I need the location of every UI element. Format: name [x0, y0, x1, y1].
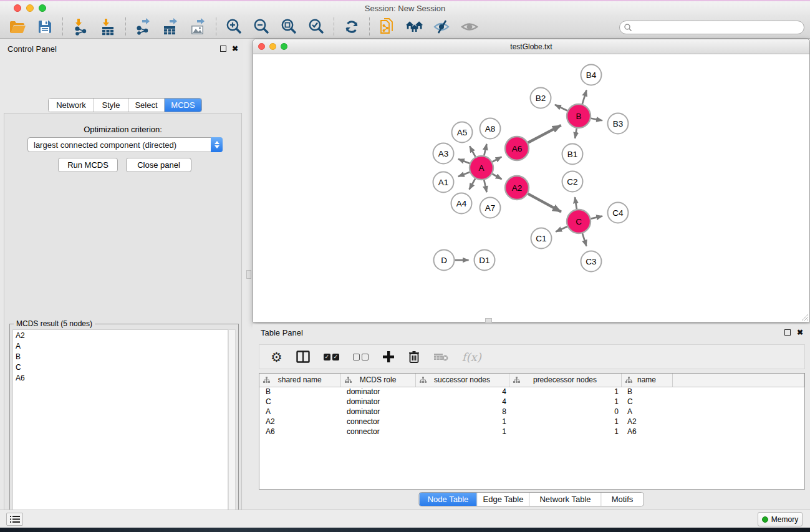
search-field[interactable]	[619, 21, 804, 34]
network-graph-canvas[interactable]: B4B2BB3A8A5A6A3B1AC2A1A2A4A7C4CC1C3DD1	[254, 55, 809, 322]
delete-column-icon[interactable]	[408, 348, 420, 365]
table-cell[interactable]: 1	[509, 387, 621, 397]
table-cell[interactable]: 4	[415, 397, 509, 407]
vertical-splitter-handle[interactable]	[246, 270, 251, 279]
select-all-icon[interactable]: ✓✓	[324, 348, 339, 365]
column-header-name[interactable]: name	[621, 374, 672, 387]
tab-edge-table[interactable]: Edge Table	[478, 493, 530, 506]
result-item[interactable]: A	[13, 341, 228, 351]
search-input[interactable]	[632, 22, 804, 33]
graph-edge-B-B1[interactable]	[575, 128, 577, 138]
tab-select[interactable]: Select	[128, 99, 165, 112]
table-cell[interactable]: dominator	[340, 407, 415, 417]
column-header-successor-nodes[interactable]: successor nodes	[415, 374, 509, 387]
graph-edge-C-C1[interactable]	[556, 226, 567, 231]
zoom-selected-icon[interactable]	[307, 17, 325, 36]
export-image-icon[interactable]	[189, 17, 208, 36]
zoom-fit-icon[interactable]	[279, 17, 298, 36]
import-network-icon[interactable]	[71, 17, 90, 36]
horizontal-splitter-handle[interactable]	[485, 318, 492, 323]
table-cell[interactable]: 1	[415, 417, 509, 427]
tab-mcds[interactable]: MCDS	[165, 99, 201, 112]
table-cell[interactable]: A	[259, 407, 340, 417]
table-cell[interactable]: 1	[509, 417, 621, 427]
tab-motifs[interactable]: Motifs	[602, 493, 644, 506]
graph-edge-A-A3[interactable]	[458, 159, 470, 163]
table-cell[interactable]: 1	[415, 427, 509, 437]
table-cell[interactable]: A	[621, 407, 672, 417]
table-row[interactable]: Adominator80A	[259, 407, 804, 417]
tab-network[interactable]: Network	[49, 99, 94, 112]
unselect-all-icon[interactable]	[353, 348, 369, 365]
tab-style[interactable]: Style	[94, 99, 128, 112]
save-session-icon[interactable]	[36, 17, 54, 36]
result-item[interactable]: C	[13, 362, 228, 372]
graph-edge-A-A4[interactable]	[469, 178, 475, 189]
float-panel-icon[interactable]	[220, 46, 226, 52]
resize-grip-icon[interactable]	[801, 313, 808, 321]
clone-network-icon[interactable]	[378, 17, 397, 36]
network-window-titlebar[interactable]: testGlobe.txt	[253, 39, 809, 54]
import-table-icon[interactable]	[99, 17, 117, 36]
table-cell[interactable]: dominator	[340, 397, 415, 407]
graph-edge-A-A6[interactable]	[493, 157, 502, 162]
graph-edge-A-A7[interactable]	[484, 180, 486, 193]
result-item[interactable]: A2	[13, 330, 228, 341]
table-cell[interactable]: 1	[509, 427, 621, 437]
table-cell[interactable]: A6	[621, 427, 672, 437]
table-cell[interactable]: A6	[259, 427, 340, 437]
column-header-shared-name[interactable]: shared name	[259, 374, 340, 387]
memory-button[interactable]: Memory	[758, 512, 803, 526]
open-session-icon[interactable]	[8, 17, 27, 36]
graph-edge-A-A1[interactable]	[458, 172, 470, 177]
graph-edge-A2-C[interactable]	[528, 194, 561, 212]
graph-edge-B-B3[interactable]	[591, 118, 602, 120]
table-cell[interactable]: dominator	[340, 387, 415, 397]
graph-edge-B-B4[interactable]	[582, 90, 587, 104]
close-panel-icon[interactable]: ✖	[232, 44, 238, 53]
hide-selected-icon[interactable]	[433, 17, 451, 36]
column-header-predecessor-nodes[interactable]: predecessor nodes	[509, 374, 621, 387]
graph-edge-A-A2[interactable]	[492, 174, 501, 180]
graph-edge-B-B2[interactable]	[555, 105, 567, 110]
graph-edge-C-C4[interactable]	[591, 216, 603, 219]
result-item[interactable]: A6	[13, 372, 228, 383]
table-row[interactable]: A2connector11A2	[259, 417, 804, 427]
settings-icon[interactable]: ⚙	[271, 348, 282, 365]
column-view-icon[interactable]	[296, 348, 310, 365]
close-table-panel-icon[interactable]: ✖	[797, 328, 803, 337]
refresh-icon[interactable]	[342, 17, 361, 36]
graph-edge-A-A5[interactable]	[470, 146, 475, 157]
optimization-criterion-select[interactable]: largest connected component (directed)	[27, 137, 223, 152]
graph-edge-A6-B[interactable]	[528, 125, 561, 143]
graph-edge-A-A8[interactable]	[484, 144, 486, 156]
run-mcds-button[interactable]: Run MCDS	[58, 158, 118, 172]
tab-network-table[interactable]: Network Table	[530, 493, 602, 506]
zoom-out-icon[interactable]	[252, 17, 271, 36]
table-row[interactable]: Bdominator41B	[259, 387, 804, 397]
graph-edge-C-C2[interactable]	[575, 197, 577, 209]
table-cell[interactable]: B	[259, 387, 340, 397]
table-cell[interactable]: 8	[415, 407, 509, 417]
table-cell[interactable]: connector	[340, 417, 415, 427]
table-row[interactable]: Cdominator41C	[259, 397, 804, 407]
table-cell[interactable]: C	[259, 397, 340, 407]
table-cell[interactable]: A2	[259, 417, 340, 427]
table-cell[interactable]: 4	[415, 387, 509, 397]
export-table-icon[interactable]	[162, 17, 180, 36]
table-cell[interactable]: 0	[509, 407, 621, 417]
column-header-MCDS-role[interactable]: MCDS role	[340, 374, 415, 387]
table-cell[interactable]: 1	[509, 397, 621, 407]
table-cell[interactable]: C	[621, 397, 672, 407]
table-cell[interactable]: connector	[340, 427, 415, 437]
table-cell[interactable]: A2	[621, 417, 672, 427]
zoom-in-icon[interactable]	[224, 17, 243, 36]
result-scrollbar[interactable]	[228, 329, 236, 532]
task-history-button[interactable]	[6, 513, 23, 526]
add-column-icon[interactable]	[382, 348, 395, 365]
float-table-panel-icon[interactable]	[784, 329, 791, 336]
close-panel-button[interactable]: Close panel	[126, 158, 191, 172]
tab-node-table[interactable]: Node Table	[420, 493, 478, 506]
export-network-icon[interactable]	[134, 17, 153, 36]
graph-edge-C-C3[interactable]	[582, 233, 586, 246]
